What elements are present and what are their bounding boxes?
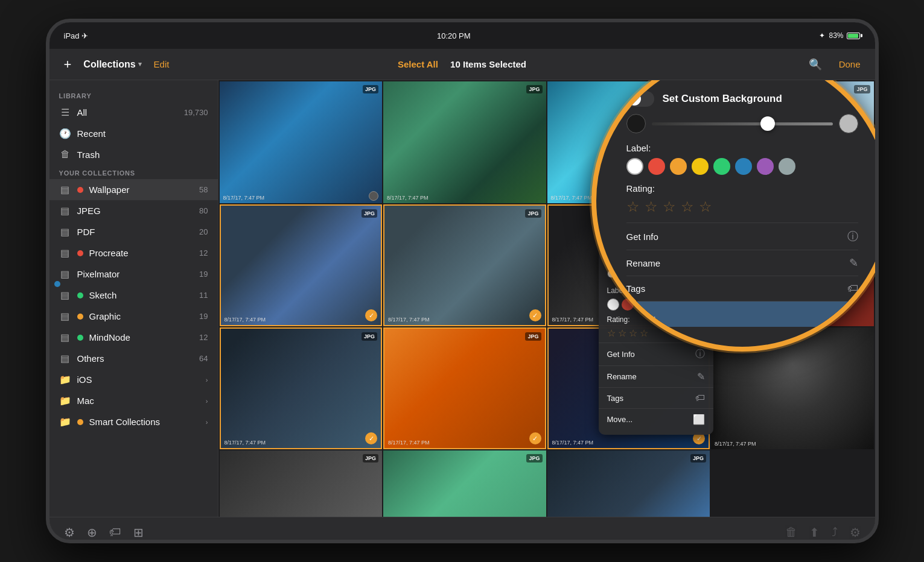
badge-5: JPG	[362, 209, 377, 218]
overlay-set-bg-label: Set Custom Background	[663, 93, 858, 105]
smart-collections-dot	[77, 419, 83, 425]
select-all-button[interactable]: Select All	[398, 59, 438, 69]
grid-cell-5[interactable]: JPG 8/17/17, 7:47 PM ✓	[220, 204, 383, 326]
move-button[interactable]: ⤴	[832, 525, 838, 540]
overlay-star-1[interactable]: ☆	[626, 198, 640, 215]
check-6: ✓	[529, 309, 541, 321]
overlay-rename-label: Rename	[626, 258, 661, 268]
toolbar-left: + Collections ▾ Edit	[59, 54, 323, 75]
grid-button[interactable]: ⊞	[133, 525, 144, 540]
overlay-get-info[interactable]: Get Info ⓘ	[626, 223, 858, 250]
sketch-dot	[77, 292, 83, 298]
sidebar-item-recent[interactable]: 🕐 Recent	[49, 123, 218, 144]
overlay-slider-track[interactable]	[652, 122, 833, 125]
timestamp-9: 8/17/17, 7:47 PM	[225, 440, 266, 446]
status-left: iPad ✈	[64, 31, 89, 40]
graphic-folder-icon: ▤	[59, 311, 71, 322]
sidebar-item-graphic[interactable]: ▤ Graphic 19	[49, 306, 218, 327]
copy-button[interactable]: ⊕	[87, 525, 97, 540]
sketch-folder-icon: ▤	[59, 289, 71, 301]
overlay-move-icon: ⬜	[845, 308, 858, 321]
overlay-inner: Set Custom Background Label:	[596, 80, 875, 347]
overlay-rename[interactable]: Rename ✎	[626, 250, 858, 276]
overlay-dot-red[interactable]	[648, 158, 665, 175]
content-area: JPG 8/17/17, 7:47 PM JPG 8/17/17, 7:47 P…	[218, 80, 875, 517]
svg-point-0	[783, 361, 801, 382]
procreate-count: 12	[199, 248, 208, 257]
procreate-folder-icon: ▤	[59, 247, 71, 259]
grid-cell-13[interactable]: JPG 30	[220, 450, 383, 517]
overlay-toggle-switch[interactable]	[626, 91, 654, 107]
delete-button[interactable]: 🗑	[785, 525, 797, 540]
pdf-label: PDF	[77, 227, 194, 237]
status-time: 10:20 PM	[437, 31, 471, 40]
overlay-light-circle	[839, 114, 858, 133]
toolbar-center: Select All 10 Items Selected	[330, 59, 594, 69]
grid-cell-9[interactable]: JPG 8/17/17, 7:47 PM ✓	[220, 327, 383, 449]
overlay-star-5[interactable]: ☆	[699, 198, 712, 215]
tag-button[interactable]: 🏷	[109, 525, 121, 540]
sidebar-item-mac[interactable]: 📁 Mac ›	[49, 390, 218, 411]
sidebar-item-ios[interactable]: 📁 iOS ›	[49, 369, 218, 390]
timestamp-5: 8/17/17, 7:47 PM	[225, 317, 266, 323]
items-selected-label: 10 Items Selected	[450, 59, 526, 69]
status-bar: iPad ✈ 10:20 PM ✦ 83%	[49, 22, 875, 49]
pixelmator-folder-icon: ▤	[59, 268, 71, 280]
edit-button[interactable]: Edit	[149, 57, 174, 72]
overlay-dot-yellow[interactable]	[692, 158, 709, 175]
overlay-dot-orange[interactable]	[670, 158, 687, 175]
overlay-dot-white[interactable]	[626, 158, 643, 175]
all-icon: ☰	[59, 107, 71, 118]
overlay-star-4[interactable]: ☆	[681, 198, 694, 215]
small-tags[interactable]: Tags 🏷	[599, 387, 713, 408]
ios-label: iOS	[77, 374, 200, 385]
settings-button[interactable]: ⚙	[850, 525, 861, 540]
gear-button[interactable]: ⚙	[64, 525, 75, 540]
sidebar-item-pixelmator[interactable]: ▤ Pixelmator 19	[49, 264, 218, 285]
overlay-tags[interactable]: Tags 🏷	[626, 276, 858, 301]
grid-cell-1[interactable]: JPG 8/17/17, 7:47 PM	[220, 81, 383, 203]
grid-cell-10[interactable]: JPG 8/17/17, 7:47 PM ✓	[383, 327, 546, 449]
overlay-star-3[interactable]: ☆	[663, 198, 676, 215]
all-label: All	[77, 107, 178, 118]
small-get-info-label: Get Info	[607, 350, 635, 359]
grid-cell-14[interactable]: JPG 8/17/17, 7:47 PM	[383, 450, 546, 517]
overlay-rating-title: Rating:	[626, 183, 858, 194]
sidebar-item-pdf[interactable]: ▤ PDF 20	[49, 221, 218, 242]
grid-cell-6[interactable]: JPG 8/17/17, 7:47 PM ✓	[383, 204, 546, 326]
collections-label: Collections	[83, 59, 135, 70]
overlay-dot-purple[interactable]	[757, 158, 774, 175]
mindnode-label: MindNode	[89, 332, 194, 343]
overlay-toggle-knob	[628, 92, 641, 106]
overlay-dot-blue[interactable]	[735, 158, 752, 175]
collections-button[interactable]: Collections ▾	[83, 59, 141, 70]
overlay-move[interactable]: Move... ⬜	[623, 301, 862, 327]
sidebar-item-trash[interactable]: 🗑 Trash	[49, 144, 218, 165]
overlay-move-label: Move...	[626, 309, 656, 320]
main-layout: LIBRARY ☰ All 19,730 🕐 Recent 🗑 Trash YO…	[49, 80, 875, 517]
sync-dot	[54, 281, 60, 287]
overlay-star-2[interactable]: ☆	[645, 198, 658, 215]
sidebar-item-all[interactable]: ☰ All 19,730	[49, 102, 218, 123]
share-button[interactable]: ⬆	[809, 525, 820, 540]
grid-cell-2[interactable]: JPG 8/17/17, 7:47 PM	[383, 81, 546, 203]
overlay-dot-gray[interactable]	[779, 158, 795, 175]
small-move[interactable]: Move... ⬜	[599, 408, 713, 430]
grid-cell-15[interactable]: JPG 8/17/17, 7:47 PM	[547, 450, 710, 517]
small-rename[interactable]: Rename ✎	[599, 365, 713, 387]
sidebar-item-mindnode[interactable]: ▤ MindNode 12	[49, 327, 218, 348]
search-button[interactable]: 🔍	[804, 55, 827, 74]
sidebar-item-wallpaper[interactable]: ▤ Wallpaper 58	[49, 179, 218, 200]
sidebar-item-procreate[interactable]: ▤ Procreate 12	[49, 242, 218, 264]
sidebar-item-sketch[interactable]: ▤ Sketch 11	[49, 285, 218, 306]
badge-1: JPG	[363, 85, 378, 93]
sidebar-item-jpeg[interactable]: ▤ JPEG 80	[49, 200, 218, 221]
done-button[interactable]: Done	[834, 57, 865, 72]
sidebar-item-others[interactable]: ▤ Others 64	[49, 348, 218, 369]
overlay-slider-row	[626, 114, 858, 133]
small-rename-label: Rename	[607, 372, 637, 381]
overlay-dot-green[interactable]	[713, 158, 730, 175]
top-toolbar: + Collections ▾ Edit Select All 10 Items…	[49, 49, 875, 80]
add-button[interactable]: +	[59, 54, 77, 75]
sidebar-item-smart-collections[interactable]: 📁 Smart Collections ›	[49, 411, 218, 432]
